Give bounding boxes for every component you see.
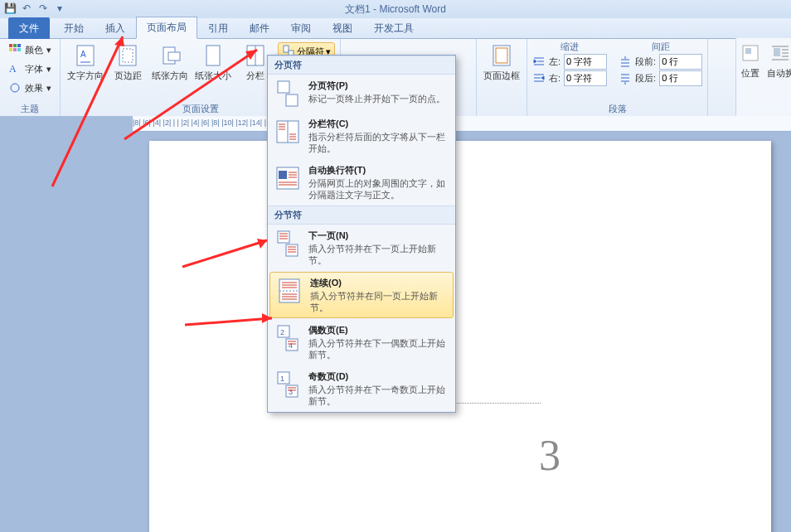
svg-rect-13	[168, 52, 180, 60]
menu-item-even-page[interactable]: 24 偶数页(E)插入分节符并在下一偶数页上开始新节。	[268, 319, 455, 365]
title-bar: 💾 ↶ ↷ ▾ 文档1 - Microsoft Word	[0, 0, 791, 18]
indent-left-input[interactable]	[564, 54, 607, 70]
columns-icon	[242, 42, 269, 69]
svg-rect-23	[774, 48, 780, 56]
indent-right-input[interactable]	[564, 70, 607, 86]
space-after-input[interactable]	[659, 70, 702, 86]
qat-dropdown-icon[interactable]: ▾	[53, 2, 66, 15]
size-icon	[200, 42, 226, 69]
group-page-bg: 页面边框	[477, 39, 527, 117]
spacing-title: 间距	[619, 41, 702, 53]
theme-fonts-button[interactable]: A字体▾	[5, 60, 55, 78]
page-number-3: 3	[539, 431, 560, 480]
space-before-icon	[619, 56, 632, 69]
colors-icon	[8, 43, 22, 56]
svg-point-7	[11, 84, 19, 92]
quick-access-toolbar: 💾 ↶ ↷ ▾	[3, 2, 66, 15]
indent-title: 缩进	[532, 41, 607, 53]
tab-references[interactable]: 引用	[197, 17, 239, 39]
svg-text:A: A	[80, 50, 86, 59]
group-page-setup-label: 页面设置	[182, 101, 219, 117]
redo-icon[interactable]: ↷	[36, 2, 50, 15]
svg-text:A: A	[9, 63, 17, 75]
theme-fonts-label: 字体	[25, 63, 43, 75]
menu-item-odd-page[interactable]: 13 奇数页(D)插入分节符并在下一奇数页上开始新节。	[268, 365, 455, 412]
tab-page-layout[interactable]: 页面布局	[136, 17, 197, 39]
group-themes-label: 主题	[21, 101, 39, 117]
tab-view[interactable]: 视图	[322, 17, 363, 39]
tab-mailings[interactable]: 邮件	[239, 17, 280, 39]
indent-left-icon	[532, 56, 546, 69]
tab-review[interactable]: 审阅	[280, 17, 322, 39]
margins-icon	[114, 42, 141, 69]
fonts-icon: A	[8, 62, 22, 75]
margins-button[interactable]: 页边距	[109, 41, 147, 83]
svg-rect-22	[745, 48, 751, 54]
size-label: 纸张大小	[195, 70, 231, 81]
svg-rect-14	[206, 46, 220, 65]
margins-label: 页边距	[114, 70, 142, 81]
svg-rect-4	[13, 48, 17, 51]
svg-rect-0	[9, 44, 12, 47]
menu-title: 连续(O)	[310, 277, 446, 289]
svg-rect-3	[9, 48, 12, 51]
position-label: 位置	[741, 68, 759, 79]
menu-item-column-break[interactable]: 分栏符(C)指示分栏符后面的文字将从下一栏开始。	[268, 113, 455, 159]
ribbon-tabs: 文件 开始 插入 页面布局 引用 邮件 审阅 视图 开发工具	[0, 18, 791, 39]
text-wrap-break-icon	[274, 164, 302, 192]
wrap-icon	[767, 40, 791, 66]
tab-file[interactable]: 文件	[8, 17, 50, 39]
menu-title: 分栏符(C)	[308, 118, 448, 130]
size-button[interactable]: 纸张大小	[193, 41, 233, 83]
page-border-button[interactable]: 页面边框	[482, 41, 522, 83]
undo-icon[interactable]: ↶	[20, 2, 33, 15]
menu-title: 偶数页(E)	[308, 324, 448, 336]
menu-desc: 插入分节符并在下一页上开始新节。	[308, 243, 448, 266]
text-direction-icon: A	[72, 42, 99, 69]
menu-item-continuous[interactable]: 连续(O)插入分节符并在同一页上开始新节。	[269, 272, 454, 318]
effects-icon	[8, 81, 22, 94]
text-direction-button[interactable]: A文字方向	[66, 41, 105, 83]
indent-right-label: 右:	[549, 72, 560, 85]
menu-item-next-page[interactable]: 下一页(N)插入分节符并在下一页上开始新节。	[268, 225, 455, 271]
position-icon	[737, 40, 764, 66]
menu-title: 奇数页(D)	[308, 370, 448, 383]
save-icon[interactable]: 💾	[3, 2, 17, 15]
svg-rect-24	[278, 81, 289, 93]
horizontal-ruler[interactable]: |8| |6| |4| |2| | | |2| |4| |6| |8| |10|…	[133, 116, 791, 132]
svg-rect-2	[17, 44, 21, 47]
space-before-input[interactable]	[659, 54, 702, 70]
svg-rect-17	[284, 46, 289, 52]
menu-desc: 分隔网页上的对象周围的文字，如分隔题注文字与正文。	[308, 177, 448, 201]
column-break-icon	[274, 118, 302, 146]
svg-text:1: 1	[280, 375, 284, 383]
theme-effects-label: 效果	[25, 82, 43, 94]
svg-rect-31	[286, 244, 298, 256]
menu-item-text-wrapping-break[interactable]: 自动换行符(T)分隔网页上的对象周围的文字，如分隔题注文字与正文。	[268, 159, 455, 206]
continuous-icon	[275, 277, 303, 305]
space-before-label: 段前:	[635, 56, 656, 68]
page-border-icon	[488, 42, 515, 69]
next-page-icon	[274, 230, 302, 258]
odd-page-icon: 13	[274, 370, 302, 399]
group-themes: 颜色▾ A字体▾ 效果▾ 主题	[0, 39, 61, 117]
indent-left-label: 左:	[549, 56, 560, 68]
svg-rect-30	[278, 231, 289, 243]
tab-insert[interactable]: 插入	[95, 17, 136, 39]
tab-home[interactable]: 开始	[53, 17, 95, 39]
orientation-button[interactable]: 纸张方向	[150, 41, 190, 83]
menu-item-page-break[interactable]: 分页符(P)标记一页终止并开始下一页的点。	[268, 75, 455, 113]
document-page[interactable]	[149, 141, 771, 532]
menu-desc: 标记一页终止并开始下一页的点。	[308, 93, 448, 104]
breaks-dropdown-menu: 分页符 分页符(P)标记一页终止并开始下一页的点。 分栏符(C)指示分栏符后面的…	[267, 55, 456, 413]
theme-colors-button[interactable]: 颜色▾	[5, 41, 55, 59]
theme-effects-button[interactable]: 效果▾	[5, 79, 55, 97]
columns-label: 分栏	[246, 70, 264, 81]
menu-desc: 插入分节符并在下一奇数页上开始新节。	[308, 384, 448, 407]
orientation-icon	[157, 42, 183, 69]
page-break-icon	[274, 80, 302, 108]
menu-title: 分页符(P)	[308, 80, 448, 92]
tab-developer[interactable]: 开发工具	[363, 17, 425, 39]
menu-header-page-breaks: 分页符	[268, 56, 455, 75]
group-paragraph-label: 段落	[609, 101, 627, 117]
